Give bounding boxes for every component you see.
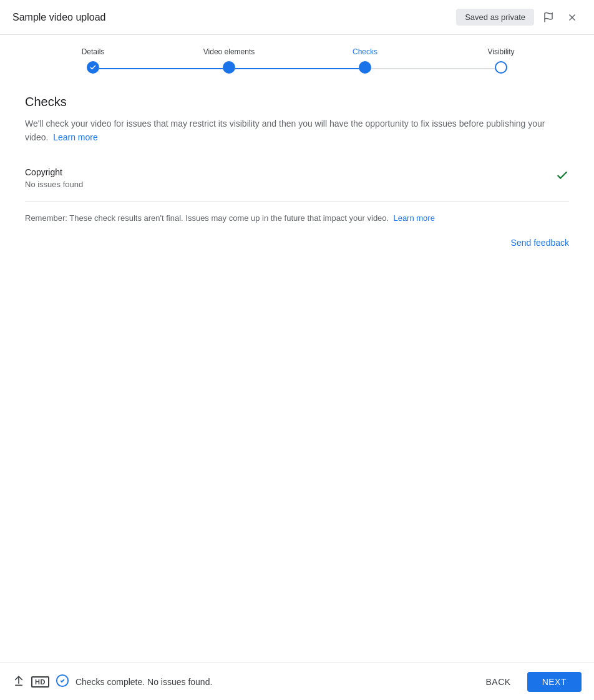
step-visibility-label: Visibility [487,47,514,56]
close-button[interactable] [563,8,582,27]
step-details-circle [87,61,99,74]
send-feedback-button[interactable]: Send feedback [511,235,569,250]
footer-left: HD Checks complete. No issues found. [12,674,212,689]
footer-actions: BACK NEXT [476,672,582,692]
close-icon [567,12,578,23]
copyright-status: No issues found [25,180,83,189]
copyright-check-icon [555,168,569,185]
checks-title: Checks [25,95,569,109]
page-title: Sample video upload [12,12,105,23]
checks-description: We'll check your video for issues that m… [25,117,569,145]
learn-more-link-1[interactable]: Learn more [53,132,98,142]
step-visibility[interactable]: Visibility [433,47,569,74]
main-content: Checks We'll check your video for issues… [0,80,594,663]
step-video-elements-circle [223,61,235,74]
flag-icon [543,12,554,23]
step-details-label: Details [82,47,105,56]
copyright-label: Copyright [25,167,83,177]
step-video-elements[interactable]: Video elements [161,47,297,74]
copyright-check-item: Copyright No issues found [25,160,569,197]
feedback-row: Send feedback [25,235,569,250]
step-details[interactable]: Details [25,47,161,74]
header: Sample video upload Saved as private [0,0,594,35]
step-video-elements-label: Video elements [203,47,255,56]
check-icon [89,64,97,71]
saved-badge: Saved as private [456,9,534,26]
connector-2 [235,68,359,69]
back-button[interactable]: BACK [476,672,521,692]
remember-text: Remember: These check results aren't fin… [25,212,569,225]
divider [25,202,569,202]
step-checks-label: Checks [353,47,377,56]
step-checks[interactable]: Checks [297,47,433,74]
flag-button[interactable] [539,8,558,27]
stepper: Details Video elements Checks Visibility [0,35,594,80]
step-checks-circle [359,61,371,74]
header-actions: Saved as private [456,8,582,27]
step-visibility-circle [495,61,507,74]
complete-check-icon [56,674,69,689]
learn-more-link-2[interactable]: Learn more [393,213,434,223]
footer-status-text: Checks complete. No issues found. [75,677,212,687]
hd-badge: HD [31,676,49,688]
connector-3 [371,68,495,69]
connector-1 [99,68,223,69]
next-button[interactable]: NEXT [527,672,582,692]
footer: HD Checks complete. No issues found. BAC… [0,663,594,700]
upload-icon [12,674,25,689]
